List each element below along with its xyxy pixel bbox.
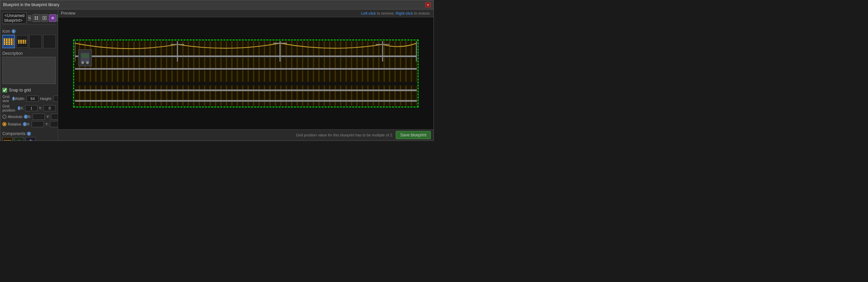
icon-slot-4[interactable] bbox=[43, 35, 56, 48]
svg-rect-2 bbox=[35, 18, 36, 20]
preview-title: Preview bbox=[61, 11, 75, 16]
title-bar: Blueprint in the blueprint library × bbox=[0, 0, 433, 10]
svg-rect-5 bbox=[44, 17, 45, 19]
component-items: 66 4 bbox=[2, 137, 56, 140]
relative-label: Relative bbox=[8, 122, 21, 126]
x-label: X: bbox=[20, 106, 24, 110]
svg-rect-1 bbox=[37, 16, 38, 18]
svg-point-27 bbox=[81, 61, 84, 64]
grid-size-row: Grid size i Width: Height: bbox=[2, 95, 56, 103]
preview-canvas bbox=[58, 17, 433, 129]
grid-warning: Grid position value for this blueprint h… bbox=[296, 133, 393, 137]
relative-y-input[interactable] bbox=[50, 121, 58, 127]
svg-rect-3 bbox=[37, 18, 38, 20]
absolute-y-input[interactable] bbox=[51, 114, 58, 120]
components-section: Components i 66 bbox=[2, 131, 56, 140]
x-input[interactable] bbox=[25, 105, 37, 111]
right-click-label: Right-click bbox=[396, 11, 413, 15]
icon-label: Icon i bbox=[2, 29, 56, 34]
loco-1 bbox=[78, 49, 92, 66]
snap-label: Snap to grid bbox=[9, 88, 31, 93]
component-belt-icon[interactable] bbox=[2, 137, 13, 140]
main-content: <Unnamed blueprint> ✎ bbox=[0, 10, 433, 140]
toolbar-btn-2[interactable] bbox=[41, 14, 48, 22]
width-input[interactable] bbox=[27, 96, 39, 102]
absolute-label: Absolute bbox=[8, 115, 22, 119]
relative-info[interactable]: i bbox=[23, 122, 27, 126]
component-belt: 66 bbox=[2, 137, 13, 140]
svg-point-28 bbox=[86, 61, 89, 64]
blueprint-window: Blueprint in the blueprint library × <Un… bbox=[0, 0, 434, 141]
icon-slot-3[interactable] bbox=[29, 35, 42, 48]
blueprint-preview bbox=[73, 39, 419, 107]
description-input[interactable] bbox=[2, 57, 56, 84]
grid-position-fields: X: Y: bbox=[20, 105, 56, 111]
left-click-label: Left-click bbox=[361, 11, 376, 15]
svg-rect-26 bbox=[81, 54, 89, 58]
toolbar-btn-3[interactable] bbox=[49, 14, 56, 22]
component-pole: 3 bbox=[25, 137, 36, 140]
lower-rail-top bbox=[75, 89, 417, 91]
snap-checkbox-row: Snap to grid bbox=[2, 88, 56, 93]
description-label: Description bbox=[2, 51, 56, 56]
description-section: Description bbox=[2, 51, 56, 85]
preview-header: Preview Left-click to remove, Right-clic… bbox=[58, 10, 433, 17]
save-button[interactable]: Save blueprint bbox=[396, 131, 431, 139]
component-pole-icon[interactable] bbox=[25, 137, 36, 140]
relative-fields: X: Y: bbox=[27, 121, 58, 127]
lower-track bbox=[75, 85, 417, 106]
lower-rail-bottom bbox=[75, 100, 417, 102]
blueprint-name-row: <Unnamed blueprint> ✎ bbox=[2, 12, 56, 25]
width-label: Width: bbox=[15, 97, 25, 101]
grid-size-fields: Width: Height: bbox=[15, 96, 58, 102]
grid-position-info[interactable]: i bbox=[18, 106, 20, 110]
snap-checkbox[interactable] bbox=[2, 88, 7, 93]
absolute-row: Absolute i X: Y: bbox=[2, 114, 56, 120]
icon-info[interactable]: i bbox=[12, 29, 16, 33]
toolbar-btn-1[interactable] bbox=[33, 14, 40, 22]
relative-radio[interactable] bbox=[2, 122, 6, 126]
right-panel: Preview Left-click to remove, Right-clic… bbox=[58, 10, 433, 140]
svg-rect-0 bbox=[35, 16, 36, 18]
main-icon-slot[interactable] bbox=[2, 35, 15, 48]
close-button[interactable]: × bbox=[425, 2, 431, 7]
height-input[interactable] bbox=[53, 96, 58, 102]
components-info[interactable]: i bbox=[27, 132, 31, 136]
left-panel: <Unnamed blueprint> ✎ bbox=[0, 10, 58, 140]
component-bot: 4 bbox=[14, 137, 24, 140]
y-label: Y: bbox=[39, 106, 42, 110]
grid-position-label: Grid position i bbox=[2, 104, 20, 112]
relative-x-input[interactable] bbox=[32, 121, 44, 127]
toolbar bbox=[33, 14, 58, 22]
icon-slots bbox=[2, 35, 56, 48]
window-title: Blueprint in the blueprint library bbox=[3, 2, 59, 7]
absolute-x-input[interactable] bbox=[33, 114, 45, 120]
icon-slot-2[interactable] bbox=[16, 35, 28, 48]
footer-bar: Grid position value for this blueprint h… bbox=[58, 129, 433, 140]
grid-size-label: Grid size i bbox=[2, 95, 15, 103]
component-bot-icon[interactable] bbox=[14, 137, 24, 140]
svg-point-6 bbox=[51, 17, 54, 19]
blueprint-name-display: <Unnamed blueprint> bbox=[2, 12, 27, 24]
grid-position-row: Grid position i X: Y: bbox=[2, 104, 56, 112]
components-label: Components i bbox=[2, 131, 56, 136]
y-input[interactable] bbox=[44, 105, 56, 111]
height-label: Height: bbox=[40, 97, 52, 101]
title-bar-left: Blueprint in the blueprint library bbox=[3, 2, 59, 7]
edit-name-button[interactable]: ✎ bbox=[28, 15, 31, 21]
absolute-info[interactable]: i bbox=[24, 115, 28, 119]
upper-rail-bottom bbox=[75, 68, 417, 70]
absolute-fields: X: Y: bbox=[28, 114, 58, 120]
upper-track bbox=[75, 41, 417, 82]
upper-rail-top bbox=[75, 55, 417, 57]
absolute-radio[interactable] bbox=[2, 115, 6, 119]
icon-section: Icon i bbox=[2, 29, 56, 48]
preview-hint: Left-click to remove, Right-click to res… bbox=[361, 11, 431, 15]
relative-row: Relative i X: Y: bbox=[2, 121, 56, 127]
svg-point-9 bbox=[18, 140, 20, 140]
grid-size-info[interactable]: i bbox=[12, 97, 15, 101]
snap-to-grid-section: Snap to grid Grid size i Width: Height: bbox=[2, 88, 56, 129]
